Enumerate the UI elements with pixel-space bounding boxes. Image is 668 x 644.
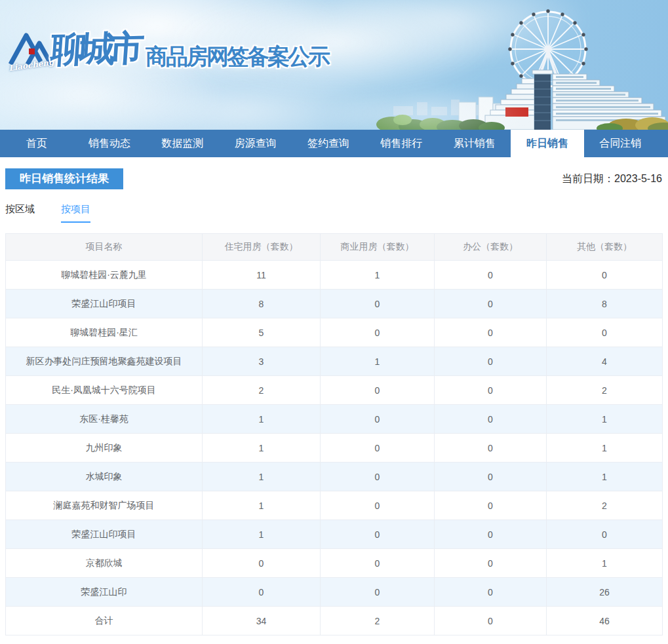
count-cell: 0 <box>435 376 547 405</box>
table-row: 荣盛江山印00026 <box>6 578 663 607</box>
column-header: 办公（套数） <box>435 234 547 261</box>
nav-item[interactable]: 销售排行 <box>365 130 438 157</box>
nav-item[interactable]: 累计销售 <box>438 130 511 157</box>
project-name-cell: 聊城碧桂园·云麓九里 <box>6 261 203 290</box>
count-cell: 0 <box>547 520 663 549</box>
column-header: 商业用房（套数） <box>321 234 435 261</box>
table-row: 东医·桂馨苑1001 <box>6 405 663 434</box>
count-cell: 5 <box>203 318 321 347</box>
count-cell: 1 <box>547 463 663 491</box>
count-cell: 0 <box>321 549 435 578</box>
page-title: 昨日销售统计结果 <box>5 168 123 189</box>
header-banner: Liaocheng 聊城市 商品房网签备案公示 <box>0 0 668 130</box>
count-cell: 0 <box>321 290 435 318</box>
count-cell: 0 <box>321 463 435 491</box>
count-cell: 8 <box>203 290 321 318</box>
count-cell: 0 <box>435 261 547 290</box>
project-name-cell: 新区办事处闫庄预留地聚鑫苑建设项目 <box>6 347 203 376</box>
count-cell: 2 <box>321 607 435 635</box>
table-row: 新区办事处闫庄预留地聚鑫苑建设项目3104 <box>6 347 663 376</box>
table-row: 民生·凤凰城十六号院项目2002 <box>6 376 663 405</box>
count-cell: 0 <box>435 347 547 376</box>
table-row: 京都欣城0001 <box>6 549 663 578</box>
nav-item[interactable]: 销售动态 <box>73 130 146 157</box>
count-cell: 0 <box>435 578 547 607</box>
count-cell: 0 <box>203 549 321 578</box>
nav-item[interactable]: 房源查询 <box>219 130 292 157</box>
view-tabs: 按区域按项目 <box>5 203 668 223</box>
project-name-cell: 荣盛江山印项目 <box>6 290 203 318</box>
count-cell: 0 <box>435 607 547 635</box>
city-name-calligraphy: 聊城市 <box>50 29 139 68</box>
cloud-decoration <box>321 84 531 130</box>
project-name-cell: 合计 <box>6 607 203 635</box>
count-cell: 0 <box>547 261 663 290</box>
project-name-cell: 荣盛江山印项目 <box>6 520 203 549</box>
project-name-cell: 京都欣城 <box>6 549 203 578</box>
count-cell: 1 <box>321 347 435 376</box>
table-row: 澜庭嘉苑和财智广场项目1002 <box>6 491 663 520</box>
table-row: 九州印象1001 <box>6 434 663 463</box>
count-cell: 1 <box>547 405 663 434</box>
count-cell: 1 <box>203 434 321 463</box>
column-header: 其他（套数） <box>547 234 663 261</box>
date-value: 2023-5-16 <box>614 173 662 184</box>
nav-item[interactable]: 合同注销 <box>584 130 657 157</box>
nav-item[interactable]: 数据监测 <box>146 130 219 157</box>
count-cell: 46 <box>547 607 663 635</box>
site-title: 商品房网签备案公示 <box>146 45 328 69</box>
tab[interactable]: 按区域 <box>5 203 35 223</box>
project-name-cell: 聊城碧桂园·星汇 <box>6 318 203 347</box>
count-cell: 2 <box>547 376 663 405</box>
count-cell: 0 <box>435 549 547 578</box>
count-cell: 0 <box>435 318 547 347</box>
count-cell: 0 <box>321 520 435 549</box>
count-cell: 0 <box>435 520 547 549</box>
table-row: 荣盛江山印项目1000 <box>6 520 663 549</box>
column-header: 项目名称 <box>6 234 203 261</box>
count-cell: 0 <box>321 491 435 520</box>
count-cell: 0 <box>321 434 435 463</box>
count-cell: 0 <box>435 434 547 463</box>
column-header: 住宅用房（套数） <box>203 234 321 261</box>
date-label: 当前日期： <box>562 173 614 184</box>
nav-item[interactable]: 昨日销售 <box>511 130 583 157</box>
count-cell: 1 <box>203 520 321 549</box>
nav-item[interactable]: 签约查询 <box>292 130 364 157</box>
count-cell: 0 <box>435 491 547 520</box>
count-cell: 1 <box>203 405 321 434</box>
count-cell: 26 <box>547 578 663 607</box>
project-name-cell: 九州印象 <box>6 434 203 463</box>
main-nav-inner: 首页销售动态数据监测房源查询签约查询销售排行累计销售昨日销售合同注销 <box>0 130 657 157</box>
count-cell: 0 <box>321 578 435 607</box>
project-name-cell: 荣盛江山印 <box>6 578 203 607</box>
current-date: 当前日期：2023-5-16 <box>562 172 662 186</box>
table-row: 荣盛江山印项目8008 <box>6 290 663 318</box>
count-cell: 0 <box>435 290 547 318</box>
count-cell: 0 <box>435 405 547 434</box>
table-row: 聊城碧桂园·星汇5000 <box>6 318 663 347</box>
main-nav: 首页销售动态数据监测房源查询签约查询销售排行累计销售昨日销售合同注销 <box>0 130 668 157</box>
project-name-cell: 东医·桂馨苑 <box>6 405 203 434</box>
tab[interactable]: 按项目 <box>61 203 90 223</box>
project-name-cell: 水城印象 <box>6 463 203 491</box>
nav-item[interactable]: 首页 <box>0 130 73 157</box>
table-row: 水城印象1001 <box>6 463 663 491</box>
count-cell: 0 <box>547 318 663 347</box>
count-cell: 3 <box>203 347 321 376</box>
project-name-cell: 澜庭嘉苑和财智广场项目 <box>6 491 203 520</box>
count-cell: 1 <box>547 549 663 578</box>
sales-table: 项目名称住宅用房（套数）商业用房（套数）办公（套数）其他（套数） 聊城碧桂园·云… <box>5 233 663 635</box>
count-cell: 1 <box>321 261 435 290</box>
table-row: 合计342046 <box>6 607 663 635</box>
count-cell: 0 <box>321 405 435 434</box>
count-cell: 2 <box>203 376 321 405</box>
count-cell: 2 <box>547 491 663 520</box>
project-name-cell: 民生·凤凰城十六号院项目 <box>6 376 203 405</box>
table-header-row: 项目名称住宅用房（套数）商业用房（套数）办公（套数）其他（套数） <box>6 234 663 261</box>
count-cell: 1 <box>203 463 321 491</box>
count-cell: 0 <box>321 376 435 405</box>
count-cell: 1 <box>203 491 321 520</box>
count-cell: 11 <box>203 261 321 290</box>
count-cell: 1 <box>547 434 663 463</box>
